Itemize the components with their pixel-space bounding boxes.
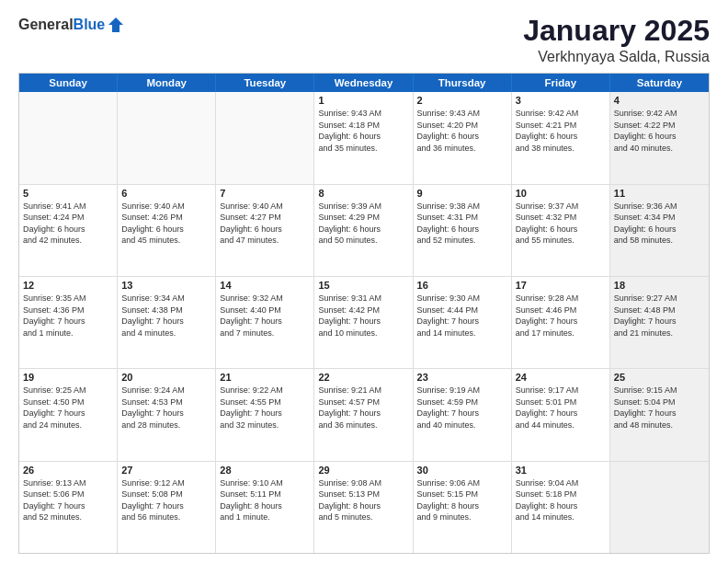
day-number: 14: [220, 280, 310, 291]
day-number: 2: [417, 95, 507, 106]
day-number: 3: [516, 95, 606, 106]
cell-info: Sunrise: 9:17 AM Sunset: 5:01 PM Dayligh…: [516, 385, 606, 431]
day-number: 13: [121, 280, 211, 291]
cell-info: Sunrise: 9:15 AM Sunset: 5:04 PM Dayligh…: [614, 385, 705, 431]
calendar-cell: 4Sunrise: 9:42 AM Sunset: 4:22 PM Daylig…: [610, 92, 709, 183]
calendar-cell: 15Sunrise: 9:31 AM Sunset: 4:42 PM Dayli…: [314, 277, 413, 368]
weekday-header: Tuesday: [216, 74, 314, 92]
day-number: 29: [318, 465, 408, 476]
day-number: 30: [417, 465, 507, 476]
calendar-cell: 6Sunrise: 9:40 AM Sunset: 4:26 PM Daylig…: [118, 185, 216, 276]
calendar-body: 1Sunrise: 9:43 AM Sunset: 4:18 PM Daylig…: [19, 92, 709, 553]
calendar-cell: 8Sunrise: 9:39 AM Sunset: 4:29 PM Daylig…: [314, 185, 413, 276]
weekday-header: Thursday: [414, 74, 512, 92]
cell-info: Sunrise: 9:31 AM Sunset: 4:42 PM Dayligh…: [318, 293, 408, 339]
calendar-cell: 19Sunrise: 9:25 AM Sunset: 4:50 PM Dayli…: [19, 369, 118, 460]
cell-info: Sunrise: 9:40 AM Sunset: 4:26 PM Dayligh…: [121, 201, 211, 247]
svg-marker-0: [108, 17, 123, 32]
cell-info: Sunrise: 9:27 AM Sunset: 4:48 PM Dayligh…: [614, 293, 705, 339]
weekday-header: Monday: [118, 74, 216, 92]
calendar-cell: 31Sunrise: 9:04 AM Sunset: 5:18 PM Dayli…: [512, 462, 610, 553]
cell-info: Sunrise: 9:12 AM Sunset: 5:08 PM Dayligh…: [121, 477, 211, 523]
day-number: 24: [516, 372, 606, 383]
day-number: 8: [318, 188, 408, 199]
calendar-cell: [118, 92, 216, 183]
day-number: 11: [614, 188, 705, 199]
calendar-cell: 7Sunrise: 9:40 AM Sunset: 4:27 PM Daylig…: [216, 185, 314, 276]
calendar-cell: 1Sunrise: 9:43 AM Sunset: 4:18 PM Daylig…: [314, 92, 413, 183]
calendar-cell: 25Sunrise: 9:15 AM Sunset: 5:04 PM Dayli…: [610, 369, 709, 460]
day-number: 18: [614, 280, 705, 291]
cell-info: Sunrise: 9:28 AM Sunset: 4:46 PM Dayligh…: [516, 293, 606, 339]
cell-info: Sunrise: 9:10 AM Sunset: 5:11 PM Dayligh…: [220, 477, 310, 523]
calendar-cell: 13Sunrise: 9:34 AM Sunset: 4:38 PM Dayli…: [118, 277, 216, 368]
weekday-header: Saturday: [610, 74, 709, 92]
logo-general: GeneralBlue: [18, 15, 105, 34]
calendar-row: 12Sunrise: 9:35 AM Sunset: 4:36 PM Dayli…: [19, 276, 709, 368]
cell-info: Sunrise: 9:34 AM Sunset: 4:38 PM Dayligh…: [121, 293, 211, 339]
cell-info: Sunrise: 9:19 AM Sunset: 4:59 PM Dayligh…: [417, 385, 507, 431]
location-title: Verkhnyaya Salda, Russia: [523, 49, 710, 65]
calendar-cell: 23Sunrise: 9:19 AM Sunset: 4:59 PM Dayli…: [414, 369, 512, 460]
cell-info: Sunrise: 9:30 AM Sunset: 4:44 PM Dayligh…: [417, 293, 507, 339]
header: GeneralBlue January 2025 Verkhnyaya Sald…: [18, 15, 710, 65]
calendar-cell: 22Sunrise: 9:21 AM Sunset: 4:57 PM Dayli…: [314, 369, 413, 460]
cell-info: Sunrise: 9:21 AM Sunset: 4:57 PM Dayligh…: [318, 385, 408, 431]
calendar-cell: 3Sunrise: 9:42 AM Sunset: 4:21 PM Daylig…: [512, 92, 610, 183]
cell-info: Sunrise: 9:04 AM Sunset: 5:18 PM Dayligh…: [516, 477, 606, 523]
calendar-cell: 20Sunrise: 9:24 AM Sunset: 4:53 PM Dayli…: [118, 369, 216, 460]
day-number: 31: [516, 465, 606, 476]
cell-info: Sunrise: 9:43 AM Sunset: 4:20 PM Dayligh…: [417, 108, 507, 154]
logo: GeneralBlue: [18, 15, 125, 34]
month-title: January 2025: [523, 15, 710, 47]
day-number: 10: [516, 188, 606, 199]
day-number: 15: [318, 280, 408, 291]
calendar-row: 5Sunrise: 9:41 AM Sunset: 4:24 PM Daylig…: [19, 184, 709, 276]
calendar-cell: 27Sunrise: 9:12 AM Sunset: 5:08 PM Dayli…: [118, 462, 216, 553]
day-number: 1: [318, 95, 408, 106]
day-number: 4: [614, 95, 705, 106]
calendar-row: 19Sunrise: 9:25 AM Sunset: 4:50 PM Dayli…: [19, 368, 709, 460]
day-number: 12: [23, 280, 113, 291]
calendar-cell: 24Sunrise: 9:17 AM Sunset: 5:01 PM Dayli…: [512, 369, 610, 460]
logo-icon: [107, 16, 125, 34]
cell-info: Sunrise: 9:39 AM Sunset: 4:29 PM Dayligh…: [318, 201, 408, 247]
calendar-cell: 21Sunrise: 9:22 AM Sunset: 4:55 PM Dayli…: [216, 369, 314, 460]
cell-info: Sunrise: 9:06 AM Sunset: 5:15 PM Dayligh…: [417, 477, 507, 523]
day-number: 27: [121, 465, 211, 476]
cell-info: Sunrise: 9:36 AM Sunset: 4:34 PM Dayligh…: [614, 201, 705, 247]
weekday-header: Friday: [512, 74, 610, 92]
calendar-header: SundayMondayTuesdayWednesdayThursdayFrid…: [19, 74, 709, 92]
calendar-cell: 28Sunrise: 9:10 AM Sunset: 5:11 PM Dayli…: [216, 462, 314, 553]
calendar-cell: 29Sunrise: 9:08 AM Sunset: 5:13 PM Dayli…: [314, 462, 413, 553]
day-number: 9: [417, 188, 507, 199]
day-number: 6: [121, 188, 211, 199]
calendar-cell: 30Sunrise: 9:06 AM Sunset: 5:15 PM Dayli…: [414, 462, 512, 553]
cell-info: Sunrise: 9:24 AM Sunset: 4:53 PM Dayligh…: [121, 385, 211, 431]
calendar-cell: 17Sunrise: 9:28 AM Sunset: 4:46 PM Dayli…: [512, 277, 610, 368]
calendar-cell: 18Sunrise: 9:27 AM Sunset: 4:48 PM Dayli…: [610, 277, 709, 368]
calendar-cell: 2Sunrise: 9:43 AM Sunset: 4:20 PM Daylig…: [414, 92, 512, 183]
calendar: SundayMondayTuesdayWednesdayThursdayFrid…: [18, 73, 710, 554]
calendar-cell: 10Sunrise: 9:37 AM Sunset: 4:32 PM Dayli…: [512, 185, 610, 276]
day-number: 28: [220, 465, 310, 476]
weekday-header: Wednesday: [314, 74, 413, 92]
calendar-cell: 16Sunrise: 9:30 AM Sunset: 4:44 PM Dayli…: [414, 277, 512, 368]
cell-info: Sunrise: 9:22 AM Sunset: 4:55 PM Dayligh…: [220, 385, 310, 431]
day-number: 22: [318, 372, 408, 383]
calendar-cell: [19, 92, 118, 183]
day-number: 25: [614, 372, 705, 383]
title-block: January 2025 Verkhnyaya Salda, Russia: [523, 15, 710, 65]
day-number: 5: [23, 188, 113, 199]
cell-info: Sunrise: 9:38 AM Sunset: 4:31 PM Dayligh…: [417, 201, 507, 247]
cell-info: Sunrise: 9:40 AM Sunset: 4:27 PM Dayligh…: [220, 201, 310, 247]
calendar-cell: 9Sunrise: 9:38 AM Sunset: 4:31 PM Daylig…: [414, 185, 512, 276]
cell-info: Sunrise: 9:25 AM Sunset: 4:50 PM Dayligh…: [23, 385, 113, 431]
cell-info: Sunrise: 9:42 AM Sunset: 4:21 PM Dayligh…: [516, 108, 606, 154]
weekday-header: Sunday: [19, 74, 118, 92]
calendar-cell: 14Sunrise: 9:32 AM Sunset: 4:40 PM Dayli…: [216, 277, 314, 368]
cell-info: Sunrise: 9:32 AM Sunset: 4:40 PM Dayligh…: [220, 293, 310, 339]
day-number: 20: [121, 372, 211, 383]
calendar-row: 26Sunrise: 9:13 AM Sunset: 5:06 PM Dayli…: [19, 461, 709, 553]
day-number: 17: [516, 280, 606, 291]
